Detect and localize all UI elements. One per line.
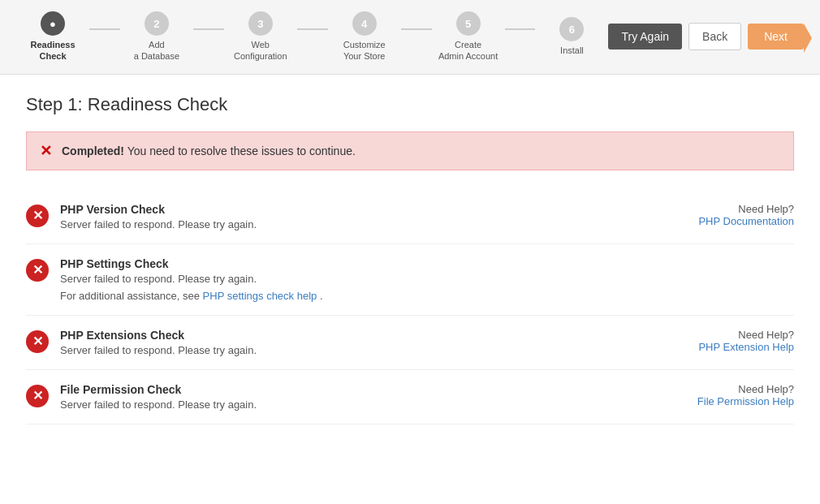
steps-container: ● ReadinessCheck 2 Adda Database 3 WebCo… — [16, 11, 608, 62]
step-6-label: Install — [560, 45, 584, 56]
check-item-php-extensions: ✕ PHP Extensions Check Server failed to … — [26, 316, 794, 370]
error-icon-php-extensions: ✕ — [26, 330, 49, 353]
check-title-file-permission: File Permission Check — [60, 383, 653, 396]
step-3-label: WebConfiguration — [234, 39, 287, 62]
check-extra-php-settings: For additional assistance, see PHP setti… — [60, 290, 653, 302]
help-link-file-permission[interactable]: File Permission Help — [664, 395, 794, 407]
error-icon-file-permission: ✕ — [26, 385, 49, 407]
check-icon-php-extensions: ✕ — [26, 330, 49, 353]
step-5-circle: 5 — [456, 11, 481, 36]
check-body-php-settings: PHP Settings Check Server failed to resp… — [60, 257, 653, 302]
back-button[interactable]: Back — [688, 23, 741, 50]
connector-2-3 — [193, 28, 224, 30]
step-5-label: CreateAdmin Account — [438, 39, 498, 62]
next-button[interactable]: Next — [748, 24, 804, 50]
step-4-circle: 4 — [352, 11, 377, 36]
main-content: Step 1: Readiness Check ✕ Completed! You… — [0, 75, 820, 444]
check-body-file-permission: File Permission Check Server failed to r… — [60, 383, 653, 411]
nav-buttons: Try Again Back Next — [608, 23, 804, 50]
step-1-label: ReadinessCheck — [30, 39, 75, 62]
check-msg-file-permission: Server failed to respond. Please try aga… — [60, 398, 653, 411]
try-again-button[interactable]: Try Again — [608, 24, 682, 50]
step-2-label: Adda Database — [134, 39, 179, 62]
check-extra-period: . — [317, 290, 322, 302]
check-icon-file-permission: ✕ — [26, 385, 49, 407]
error-icon-php-version: ✕ — [26, 205, 49, 227]
step-2-circle: 2 — [145, 11, 169, 36]
help-label-file-permission: Need Help? — [664, 383, 794, 395]
check-extra-text: For additional assistance, see — [60, 290, 203, 302]
check-help-php-version: Need Help? PHP Documentation — [664, 203, 794, 227]
step-4: 4 CustomizeYour Store — [328, 11, 401, 62]
alert-x-icon: ✕ — [40, 142, 52, 160]
check-body-php-extensions: PHP Extensions Check Server failed to re… — [60, 329, 653, 356]
check-msg-php-settings: Server failed to respond. Please try aga… — [60, 273, 653, 285]
check-item-php-settings: ✕ PHP Settings Check Server failed to re… — [26, 244, 794, 316]
help-label-php-extensions: Need Help? — [664, 329, 794, 341]
connector-1-2 — [89, 28, 120, 30]
step-5: 5 CreateAdmin Account — [432, 11, 505, 62]
step-6: 6 Install — [535, 17, 608, 56]
check-msg-php-version: Server failed to respond. Please try aga… — [60, 218, 653, 230]
page-title: Step 1: Readiness Check — [26, 94, 794, 115]
help-link-php-extensions[interactable]: PHP Extension Help — [664, 341, 794, 353]
help-label-php-version: Need Help? — [664, 203, 794, 215]
check-title-php-extensions: PHP Extensions Check — [60, 329, 653, 342]
check-icon-php-settings: ✕ — [26, 259, 49, 282]
check-help-php-extensions: Need Help? PHP Extension Help — [664, 329, 794, 353]
check-body-php-version: PHP Version Check Server failed to respo… — [60, 203, 653, 230]
help-link-php-version[interactable]: PHP Documentation — [664, 215, 794, 227]
check-item-file-permission: ✕ File Permission Check Server failed to… — [26, 370, 794, 424]
check-item-php-version: ✕ PHP Version Check Server failed to res… — [26, 190, 794, 244]
alert-bold: Completed! — [62, 144, 124, 157]
step-6-circle: 6 — [559, 17, 584, 41]
step-2: 2 Adda Database — [120, 11, 193, 62]
check-title-php-settings: PHP Settings Check — [60, 257, 653, 270]
alert-banner: ✕ Completed! You need to resolve these i… — [26, 131, 794, 170]
alert-text: Completed! You need to resolve these iss… — [62, 144, 356, 157]
step-1: ● ReadinessCheck — [16, 11, 89, 62]
top-nav: ● ReadinessCheck 2 Adda Database 3 WebCo… — [0, 0, 820, 75]
step-3: 3 WebConfiguration — [224, 11, 297, 62]
check-title-php-version: PHP Version Check — [60, 203, 653, 216]
check-extra-link-php-settings[interactable]: PHP settings check help — [203, 290, 317, 302]
connector-5-6 — [505, 28, 536, 30]
connector-3-4 — [297, 28, 328, 30]
check-help-file-permission: Need Help? File Permission Help — [664, 383, 794, 407]
step-3-circle: 3 — [248, 11, 273, 36]
error-icon-php-settings: ✕ — [26, 259, 49, 282]
step-1-circle: ● — [41, 11, 65, 36]
step-4-label: CustomizeYour Store — [343, 39, 386, 62]
check-msg-php-extensions: Server failed to respond. Please try aga… — [60, 344, 653, 356]
check-icon-php-version: ✕ — [26, 205, 49, 227]
connector-4-5 — [401, 28, 432, 30]
